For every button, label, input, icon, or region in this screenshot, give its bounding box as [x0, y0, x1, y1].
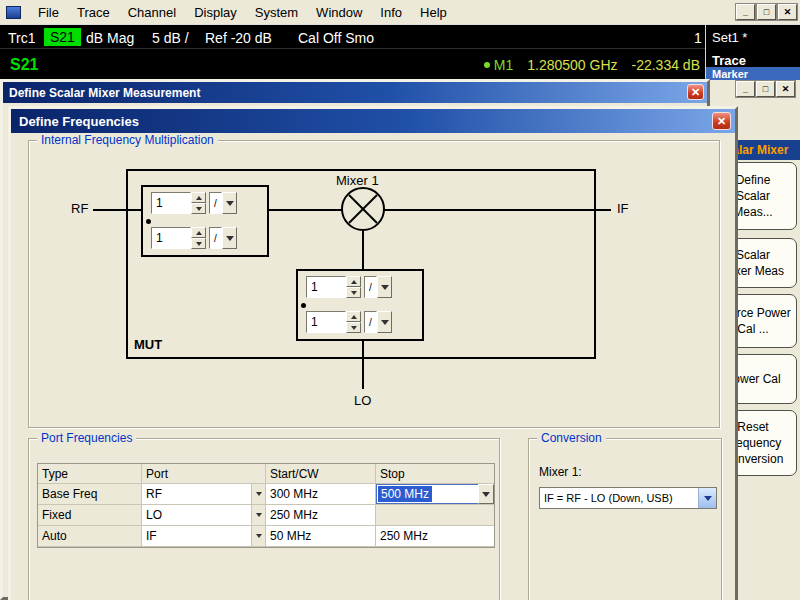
window-controls: _ □ ✕: [736, 4, 797, 20]
spin-down-icon[interactable]: [346, 287, 361, 298]
denominator-field[interactable]: 1: [306, 311, 346, 333]
child-maximize-button[interactable]: □: [756, 81, 775, 97]
close-button[interactable]: ✕: [778, 4, 797, 20]
spin-up-icon[interactable]: [346, 311, 361, 322]
maximize-button[interactable]: □: [757, 4, 776, 20]
softkey-line: Cal ...: [737, 321, 768, 337]
lo-multiplier-numerator: 1: [306, 276, 392, 298]
child-close-button[interactable]: ✕: [776, 81, 795, 97]
dialog-title: Define Scalar Mixer Measurement: [9, 86, 200, 100]
dropdown-icon[interactable]: [377, 276, 392, 298]
group-conversion: Conversion Mixer 1: IF = RF - LO (Down, …: [528, 438, 722, 600]
rf-multiplier-denominator: 1: [151, 227, 237, 249]
spin-down-icon[interactable]: [191, 203, 206, 214]
chevron-down-icon[interactable]: [251, 505, 265, 525]
rf-multiplier-numerator: 1: [151, 192, 237, 214]
marker-label: M1: [484, 57, 513, 73]
trace-format: dB Mag: [86, 30, 134, 46]
group-label: Conversion: [537, 431, 606, 445]
cell-start[interactable]: 300 MHz: [266, 484, 376, 505]
child-minimize-button[interactable]: _: [736, 81, 755, 97]
conversion-formula-value: IF = RF - LO (Down, USB): [540, 492, 698, 504]
fraction-icon: [209, 192, 222, 214]
trace-legend[interactable]: S21: [10, 56, 38, 74]
trace-status-area: Trc1 S21 dB Mag 5 dB / Ref -20 dB Cal Of…: [0, 24, 800, 80]
chevron-down-icon[interactable]: [698, 488, 716, 508]
trace-measurement-chip[interactable]: S21: [44, 28, 81, 46]
menu-help[interactable]: Help: [411, 1, 456, 24]
softkey-line: Reset: [737, 419, 768, 435]
dialog-titlebar[interactable]: Define Scalar Mixer Measurement ✕: [3, 82, 707, 103]
if-port-label: IF: [617, 201, 629, 216]
spin-up-icon[interactable]: [191, 192, 206, 203]
fraction-icon: [209, 227, 222, 249]
numerator-field[interactable]: 1: [151, 192, 191, 214]
lo-multiplier-denominator: 1: [306, 311, 392, 333]
menu-system[interactable]: System: [246, 1, 307, 24]
marker-response: -22.334 dB: [632, 57, 701, 73]
conversion-formula-combo[interactable]: IF = RF - LO (Down, USB): [539, 487, 717, 509]
dialog-close-button[interactable]: ✕: [712, 112, 731, 130]
connection-dot-icon: [301, 303, 306, 308]
menu-trace[interactable]: Trace: [68, 1, 119, 24]
menu-channel[interactable]: Channel: [119, 1, 185, 24]
group-label: Port Frequencies: [37, 431, 136, 445]
chevron-down-icon[interactable]: [251, 526, 265, 546]
cell-start[interactable]: 250 MHz: [266, 505, 376, 526]
spin-down-icon[interactable]: [191, 238, 206, 249]
trace-cal-state: Cal Off Smo: [298, 30, 374, 46]
cell-type: Fixed: [38, 505, 142, 526]
spin-buttons: [191, 192, 206, 214]
dropdown-icon[interactable]: [222, 227, 237, 249]
header-start-cw: Start/CW: [266, 464, 376, 484]
spin-up-icon[interactable]: [346, 276, 361, 287]
denominator-field[interactable]: 1: [151, 227, 191, 249]
marker-stimulus: 1.280500 GHz: [527, 57, 617, 73]
cell-start[interactable]: 50 MHz: [266, 526, 376, 547]
channel-number: 1: [694, 30, 702, 46]
dialog-title: Define Frequencies: [19, 114, 139, 129]
group-internal-frequency-multiplication: Internal Frequency Multiplication RF IF …: [28, 140, 720, 428]
table-row: Fixed LO 250 MHz: [38, 505, 494, 526]
softkey-line: Meas...: [733, 204, 772, 220]
chevron-down-icon[interactable]: [251, 484, 265, 504]
numerator-field[interactable]: 1: [306, 276, 346, 298]
application-window: File Trace Channel Display System Window…: [0, 0, 800, 600]
setup-title: Set1 *: [712, 30, 747, 45]
header-port: Port: [142, 464, 266, 484]
menu-display[interactable]: Display: [185, 1, 246, 24]
cell-port-combo[interactable]: IF: [142, 526, 266, 547]
cell-port-combo[interactable]: LO: [142, 505, 266, 526]
fraction-icon: [364, 311, 377, 333]
mut-label: MUT: [134, 337, 162, 352]
spin-down-icon[interactable]: [346, 322, 361, 333]
cell-stop-combo[interactable]: 500 MHz: [376, 484, 494, 505]
header-stop: Stop: [376, 464, 494, 484]
divider: [0, 48, 705, 49]
dropdown-icon[interactable]: [377, 311, 392, 333]
menu-file[interactable]: File: [29, 1, 68, 24]
port-value: LO: [146, 508, 162, 522]
softkey-menu-path[interactable]: Marker: [706, 67, 800, 81]
child-window-controls: _ □ ✕: [736, 81, 795, 97]
rf-port-label: RF: [71, 201, 88, 216]
marker-bullet-icon: [484, 62, 490, 68]
connection-dot-icon: [146, 219, 151, 224]
cell-stop-empty: [376, 505, 494, 526]
softkey-line: Scalar: [736, 247, 770, 263]
chevron-down-icon[interactable]: [478, 484, 494, 504]
table-row: Base Freq RF 300 MHz 500 MHz: [38, 484, 494, 505]
cell-stop[interactable]: 250 MHz: [376, 526, 494, 547]
dialog-titlebar[interactable]: Define Frequencies ✕: [11, 109, 735, 133]
menu-info[interactable]: Info: [371, 1, 411, 24]
spin-up-icon[interactable]: [191, 227, 206, 238]
dialog-close-button[interactable]: ✕: [687, 84, 704, 100]
dropdown-icon[interactable]: [222, 192, 237, 214]
cell-port-combo[interactable]: RF: [142, 484, 266, 505]
softkey-line: Define: [736, 172, 771, 188]
spin-buttons: [346, 311, 361, 333]
menu-window[interactable]: Window: [307, 1, 371, 24]
minimize-button[interactable]: _: [736, 4, 755, 20]
app-icon[interactable]: [6, 6, 21, 19]
stop-edit-field[interactable]: 500 MHz: [376, 484, 494, 504]
